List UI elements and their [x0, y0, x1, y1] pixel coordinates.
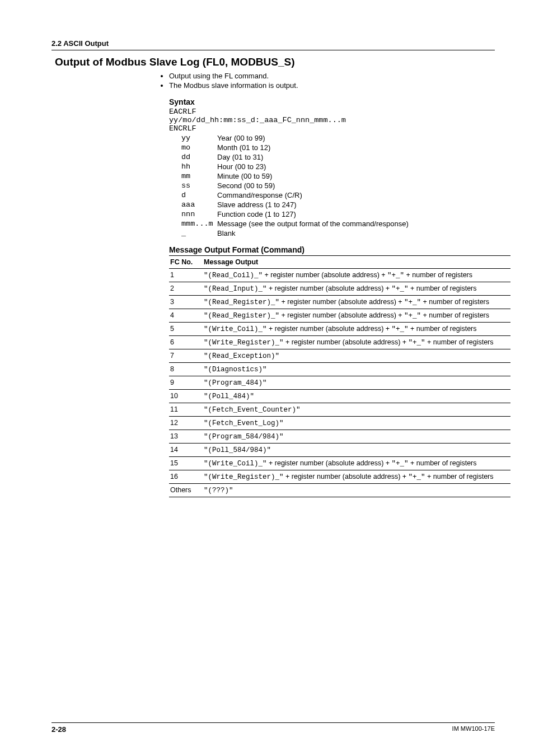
table-row: 2"(Read_Input)_" + register number (abso…: [169, 282, 510, 296]
def-key: _: [181, 229, 217, 237]
syntax-def: ddDay (01 to 31): [181, 153, 495, 161]
doc-id: IM MW100-17E: [452, 725, 495, 734]
page-title: Output of Modbus Slave Log (FL0, MODBUS_…: [55, 56, 495, 68]
fc-no-cell: 12: [169, 417, 203, 430]
table-row: 5"(Write_Coil)_" + register number (abso…: [169, 323, 510, 336]
message-output-cell: "(Fetch_Event_Log)": [203, 417, 510, 430]
def-key: yy: [181, 134, 217, 142]
fc-no-cell: 7: [169, 349, 203, 363]
table-row: 4"(Read_Register)_" + register number (a…: [169, 309, 510, 323]
table-row: 7"(Read_Exception)": [169, 349, 510, 363]
def-val: Minute (00 to 59): [217, 172, 272, 180]
def-val: Function code (1 to 127): [217, 210, 296, 218]
bullet-item: The Modbus slave information is output.: [169, 81, 495, 90]
intro-bullets: Output using the FL command. The Modbus …: [169, 72, 495, 90]
def-key: d: [181, 191, 217, 199]
message-output-cell: "(Read_Input)_" + register number (absol…: [203, 282, 510, 296]
table-row: 10"(Poll_484)": [169, 390, 510, 403]
message-format-table: FC No. Message Output 1"(Read_Coil)_" + …: [169, 255, 510, 497]
def-val: Message (see the output format of the co…: [217, 220, 409, 228]
syntax-def: mmMinute (00 to 59): [181, 172, 495, 180]
table-row: 15"(Write_Coil)_" + register number (abs…: [169, 457, 510, 470]
syntax-def: ssSecond (00 to 59): [181, 181, 495, 190]
table-row: Others"(???)": [169, 484, 510, 497]
syntax-def: aaaSlave address (1 to 247): [181, 200, 495, 209]
syntax-def: mmm...mMessage (see the output format of…: [181, 220, 495, 228]
message-output-cell: "(Write_Register)_" + register number (a…: [203, 336, 510, 349]
bullet-item: Output using the FL command.: [169, 72, 495, 80]
def-val: Year (00 to 99): [217, 134, 265, 142]
table-row: 9"(Program_484)": [169, 376, 510, 390]
table-row: 1"(Read_Coil)_" + register number (absol…: [169, 269, 510, 282]
syntax-def: moMonth (01 to 12): [181, 143, 495, 152]
fc-no-cell: 15: [169, 457, 203, 470]
table-row: 16"(Write_Register)_" + register number …: [169, 470, 510, 484]
message-output-cell: "(Write_Register)_" + register number (a…: [203, 470, 510, 484]
table-row: 13"(Program_584/984)": [169, 430, 510, 444]
table-row: 3"(Read_Register)_" + register number (a…: [169, 296, 510, 309]
def-val: Slave address (1 to 247): [217, 200, 297, 209]
syntax-def: yyYear (00 to 99): [181, 134, 495, 142]
syntax-def: hhHour (00 to 23): [181, 162, 495, 171]
def-key: hh: [181, 162, 217, 171]
fc-no-cell: 13: [169, 430, 203, 444]
fc-no-cell: 1: [169, 269, 203, 282]
fc-no-cell: 10: [169, 390, 203, 403]
syntax-def: _Blank: [181, 229, 495, 237]
syntax-heading: Syntax: [169, 97, 495, 106]
fc-no-cell: 2: [169, 282, 203, 296]
def-key: nnn: [181, 210, 217, 218]
table-head: FC No.: [169, 256, 203, 269]
def-key: mm: [181, 172, 217, 180]
message-output-cell: "(Poll_584/984)": [203, 444, 510, 457]
fc-no-cell: 8: [169, 363, 203, 376]
fc-no-cell: 3: [169, 296, 203, 309]
message-output-cell: "(Poll_484)": [203, 390, 510, 403]
message-output-cell: "(Fetch_Event_Counter)": [203, 403, 510, 417]
fc-no-cell: 9: [169, 376, 203, 390]
table-row: 12"(Fetch_Event_Log)": [169, 417, 510, 430]
page-footer: 2-28 IM MW100-17E: [51, 722, 495, 734]
def-val: Blank: [217, 229, 236, 237]
message-output-cell: "(Write_Coil)_" + register number (absol…: [203, 457, 510, 470]
breadcrumb: 2.2 ASCII Output: [51, 39, 495, 50]
fc-no-cell: 16: [169, 470, 203, 484]
table-row: 14"(Poll_584/984)": [169, 444, 510, 457]
message-output-cell: "(Program_484)": [203, 376, 510, 390]
def-key: ss: [181, 181, 217, 190]
def-key: mo: [181, 143, 217, 152]
def-key: dd: [181, 153, 217, 161]
message-output-cell: "(???)": [203, 484, 510, 497]
fc-no-cell: 4: [169, 309, 203, 323]
message-format-heading: Message Output Format (Command): [169, 245, 495, 254]
fc-no-cell: 11: [169, 403, 203, 417]
message-output-cell: "(Write_Coil)_" + register number (absol…: [203, 323, 510, 336]
message-output-cell: "(Read_Register)_" + register number (ab…: [203, 309, 510, 323]
page-number: 2-28: [51, 725, 66, 734]
message-output-cell: "(Read_Register)_" + register number (ab…: [203, 296, 510, 309]
table-row: 8"(Diagnostics)": [169, 363, 510, 376]
fc-no-cell: Others: [169, 484, 203, 497]
def-val: Day (01 to 31): [217, 153, 263, 161]
fc-no-cell: 5: [169, 323, 203, 336]
fc-no-cell: 14: [169, 444, 203, 457]
def-key: mmm...m: [181, 220, 217, 228]
message-output-cell: "(Read_Coil)_" + register number (absolu…: [203, 269, 510, 282]
def-val: Month (01 to 12): [217, 143, 270, 152]
def-val: Command/response (C/R): [217, 191, 302, 199]
syntax-def: nnnFunction code (1 to 127): [181, 210, 495, 218]
message-output-cell: "(Diagnostics)": [203, 363, 510, 376]
table-row: 6"(Write_Register)_" + register number (…: [169, 336, 510, 349]
syntax-line: yy/mo/dd_hh:mm:ss_d:_aaa_FC_nnn_mmm...m: [169, 116, 495, 124]
table-head: Message Output: [203, 256, 510, 269]
def-key: aaa: [181, 200, 217, 209]
syntax-line: ENCRLF: [169, 124, 495, 133]
syntax-def: dCommand/response (C/R): [181, 191, 495, 199]
message-output-cell: "(Program_584/984)": [203, 430, 510, 444]
syntax-block: Syntax EACRLF yy/mo/dd_hh:mm:ss_d:_aaa_F…: [169, 97, 495, 237]
table-row: 11"(Fetch_Event_Counter)": [169, 403, 510, 417]
def-val: Second (00 to 59): [217, 181, 275, 190]
message-output-cell: "(Read_Exception)": [203, 349, 510, 363]
def-val: Hour (00 to 23): [217, 162, 266, 171]
syntax-line: EACRLF: [169, 108, 495, 116]
